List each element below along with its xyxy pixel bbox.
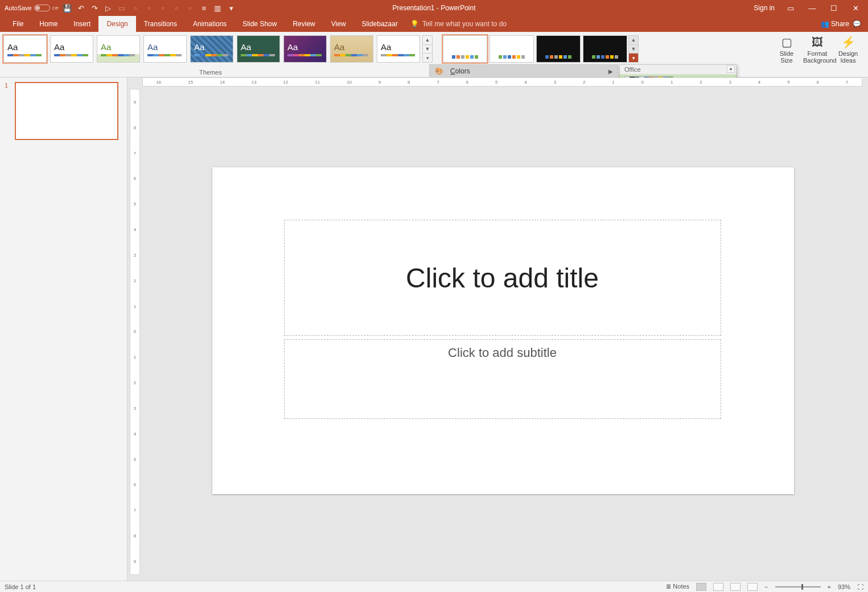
- notes-button[interactable]: ≣ Notes: [666, 583, 689, 590]
- slide-size-button[interactable]: ▢Slide Size: [772, 35, 801, 64]
- themes-group-label: Themes: [199, 69, 222, 76]
- status-bar: Slide 1 of 1 ≣ Notes − + 93% ⛶: [0, 581, 868, 592]
- design-ideas-icon: ⚡: [839, 35, 857, 49]
- qat-icon-list[interactable]: ≡: [199, 3, 208, 13]
- zoom-in-button[interactable]: +: [828, 583, 831, 590]
- variants-more-button[interactable]: ▲▼▾: [628, 35, 639, 63]
- touch-mode-icon[interactable]: ▭: [117, 3, 126, 13]
- window-controls: Sign in ▭ — ☐ ✕: [754, 4, 868, 13]
- tab-transitions[interactable]: Transitions: [136, 16, 185, 32]
- menu-colors[interactable]: 🎨 Colors ▶: [430, 65, 618, 77]
- slide[interactable]: Click to add title Click to add subtitle: [212, 167, 794, 494]
- save-icon[interactable]: 💾: [63, 3, 72, 13]
- tab-review[interactable]: Review: [285, 16, 323, 32]
- status-right: ≣ Notes − + 93% ⛶: [666, 583, 863, 591]
- format-background-button[interactable]: 🖼Format Background: [803, 35, 832, 64]
- share-area: 👥 Share 💬: [821, 20, 868, 28]
- themes-more-button[interactable]: ▲▼▾: [422, 35, 433, 63]
- themes-gallery[interactable]: Aa Aa Aa Aa Aa Aa Aa Aa Aa: [0, 32, 422, 63]
- qat-icon-3[interactable]: ▫: [158, 3, 167, 13]
- variant-tile[interactable]: [443, 35, 487, 63]
- vertical-ruler: 9876543210123456789: [130, 89, 140, 575]
- lightbulb-icon: 💡: [410, 20, 419, 28]
- window-title: Presentation1 - PowerPoint: [392, 4, 475, 12]
- slideshow-view-button[interactable]: [747, 583, 758, 591]
- scroll-up-button[interactable]: ▲: [727, 65, 735, 73]
- theme-tile[interactable]: Aa: [237, 35, 280, 63]
- minimize-button[interactable]: —: [807, 4, 818, 13]
- reading-view-button[interactable]: [730, 583, 741, 591]
- qat-icon-2[interactable]: ▫: [145, 3, 154, 13]
- maximize-button[interactable]: ☐: [828, 4, 840, 13]
- format-bg-icon: 🖼: [808, 35, 826, 49]
- share-button[interactable]: 👥 Share: [821, 20, 849, 28]
- title-placeholder[interactable]: Click to add title: [284, 220, 721, 336]
- autosave-label: AutoSave: [5, 5, 32, 11]
- variant-tile[interactable]: [583, 35, 627, 63]
- slide-canvas-area[interactable]: Click to add title Click to add subtitle: [149, 92, 857, 569]
- theme-office[interactable]: Aa: [3, 35, 47, 63]
- start-from-beginning-icon[interactable]: ▷: [104, 3, 113, 13]
- workspace: 1 1615141312111098765432101234567 987654…: [0, 77, 868, 581]
- tab-design[interactable]: Design: [98, 16, 135, 32]
- qat-icon-5[interactable]: ▫: [186, 3, 195, 13]
- tab-home[interactable]: Home: [31, 16, 65, 32]
- customize-group: ▢Slide Size 🖼Format Background ⚡Design I…: [766, 32, 868, 64]
- signin-link[interactable]: Sign in: [754, 4, 775, 12]
- variants-gallery[interactable]: [436, 32, 628, 63]
- tab-slidebazaar[interactable]: Slidebazaar: [354, 16, 406, 32]
- fit-to-window-button[interactable]: ⛶: [857, 583, 863, 590]
- autosave-toggle[interactable]: AutoSave Off: [5, 5, 58, 11]
- theme-tile[interactable]: Aa: [190, 35, 233, 63]
- comments-icon[interactable]: 💬: [853, 20, 861, 28]
- qat: AutoSave Off 💾 ↶ ↷ ▷ ▭ ▫ ▫ ▫ ▫ ▫ ≡ ▥ ▾: [0, 3, 236, 13]
- zoom-level[interactable]: 93%: [838, 583, 850, 590]
- ribbon-tabs: File Home Insert Design Transitions Anim…: [0, 16, 868, 32]
- zoom-out-button[interactable]: −: [764, 583, 768, 590]
- qat-icon-4[interactable]: ▫: [172, 3, 181, 13]
- tab-view[interactable]: View: [323, 16, 354, 32]
- theme-tile[interactable]: Aa: [377, 35, 420, 63]
- slide-counter: Slide 1 of 1: [5, 583, 36, 590]
- theme-tile[interactable]: Aa: [50, 35, 93, 63]
- title-bar: AutoSave Off 💾 ↶ ↷ ▷ ▭ ▫ ▫ ▫ ▫ ▫ ≡ ▥ ▾ P…: [0, 0, 868, 16]
- theme-tile[interactable]: Aa: [283, 35, 327, 63]
- theme-tile[interactable]: Aa: [97, 35, 140, 63]
- colors-header: Office ▲: [620, 65, 736, 75]
- close-button[interactable]: ✕: [850, 4, 861, 13]
- qat-icon-colors[interactable]: ▥: [213, 3, 222, 13]
- qat-more-icon[interactable]: ▾: [227, 3, 236, 13]
- ribbon-options-icon[interactable]: ▭: [785, 4, 796, 13]
- tab-slideshow[interactable]: Slide Show: [235, 16, 285, 32]
- theme-tile[interactable]: Aa: [330, 35, 373, 63]
- autosave-state: Off: [52, 6, 59, 11]
- normal-view-button[interactable]: [696, 583, 706, 591]
- autosave-switch[interactable]: [34, 5, 50, 11]
- tell-me-label: Tell me what you want to do: [422, 20, 507, 28]
- variant-tile[interactable]: [489, 35, 534, 63]
- submenu-arrow-icon: ▶: [608, 68, 613, 75]
- qat-icon-1[interactable]: ▫: [131, 3, 140, 13]
- horizontal-ruler: 1615141312111098765432101234567: [142, 77, 862, 87]
- slide-thumbnails-pane[interactable]: 1: [0, 77, 127, 581]
- share-icon: 👥: [821, 20, 829, 28]
- colors-icon: 🎨: [434, 67, 443, 76]
- subtitle-placeholder[interactable]: Click to add subtitle: [284, 339, 721, 419]
- slide-thumbnail-1[interactable]: [15, 82, 118, 140]
- slide-sorter-view-button[interactable]: [713, 583, 723, 591]
- redo-icon[interactable]: ↷: [90, 3, 99, 13]
- tab-insert[interactable]: Insert: [65, 16, 98, 32]
- tab-file[interactable]: File: [5, 16, 31, 32]
- slide-size-icon: ▢: [778, 35, 796, 49]
- variant-tile[interactable]: [536, 35, 581, 63]
- tab-animations[interactable]: Animations: [185, 16, 235, 32]
- theme-tile[interactable]: Aa: [143, 35, 187, 63]
- design-ideas-button[interactable]: ⚡Design Ideas: [834, 35, 862, 64]
- undo-icon[interactable]: ↶: [76, 3, 85, 13]
- zoom-slider[interactable]: [775, 586, 821, 587]
- tell-me-search[interactable]: 💡 Tell me what you want to do: [410, 20, 507, 28]
- thumb-number: 1: [5, 82, 8, 89]
